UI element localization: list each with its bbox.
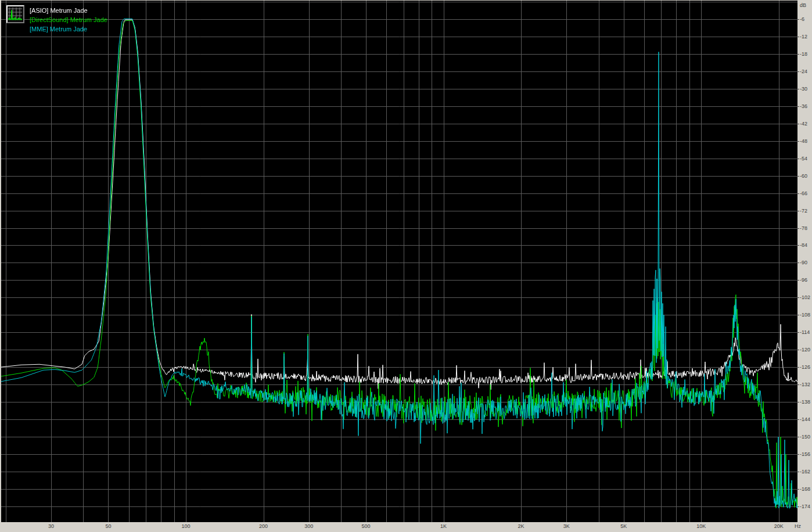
y-axis-tick	[797, 124, 799, 124]
legend-item-mme[interactable]: [MME] Metrum Jade	[30, 24, 107, 34]
y-axis-tick	[797, 71, 799, 72]
y-axis-label: -30	[800, 86, 811, 92]
spectrum-analyzer-window: [ASIO] Metrum Jade [DirectSound] Metrum …	[0, 0, 812, 532]
x-axis-label: 10K	[689, 523, 713, 529]
y-axis-tick	[797, 384, 799, 385]
y-axis-label: -120	[800, 347, 811, 353]
y-axis-label: -174	[800, 504, 811, 509]
y-axis-tick	[797, 489, 799, 490]
y-axis-label: -144	[800, 416, 811, 422]
legend: [ASIO] Metrum Jade [DirectSound] Metrum …	[6, 5, 107, 34]
y-axis-tick	[797, 419, 799, 420]
y-axis-label: -42	[800, 121, 811, 127]
y-axis-unit-label: dB	[800, 2, 811, 8]
y-axis-tick	[797, 37, 799, 37]
y-axis-label: -72	[800, 208, 811, 214]
legend-item-asio[interactable]: [ASIO] Metrum Jade	[30, 6, 107, 15]
y-axis-tick	[797, 211, 799, 211]
x-axis-label: 5K	[612, 523, 635, 529]
y-axis-tick	[797, 19, 799, 20]
y-axis-tick	[797, 176, 799, 177]
x-axis-label: 50	[96, 523, 120, 529]
x-axis-label: 500	[354, 523, 378, 529]
y-axis-tick	[797, 367, 799, 368]
y-axis-label: -12	[800, 34, 811, 39]
y-axis-label: -54	[800, 156, 811, 161]
y-axis-label: -138	[800, 399, 811, 405]
y-axis-tick	[797, 472, 799, 472]
y-axis-tick	[797, 315, 799, 315]
y-axis-label: -168	[800, 486, 811, 492]
y-axis-tick	[797, 228, 799, 229]
spectrum-icon	[8, 6, 23, 22]
x-axis-unit-label: Hz	[795, 523, 811, 529]
y-axis-label: -90	[800, 260, 811, 265]
y-axis-label: -156	[800, 451, 811, 457]
y-axis-label: -24	[800, 69, 811, 74]
y-axis-tick	[797, 54, 799, 55]
x-axis-label: 30	[39, 523, 63, 529]
x-axis-label: 2K	[509, 523, 533, 529]
x-axis-label: 100	[174, 523, 197, 529]
y-axis-label: -126	[800, 364, 811, 370]
y-axis-tick	[797, 141, 799, 142]
y-axis-label: -18	[800, 51, 811, 57]
legend-labels: [ASIO] Metrum Jade [DirectSound] Metrum …	[30, 5, 107, 34]
x-axis-label: 300	[297, 523, 321, 529]
y-axis-tick	[797, 506, 799, 507]
y-axis-label: -150	[800, 434, 811, 440]
y-axis-label: -66	[800, 190, 811, 196]
y-axis-tick	[797, 332, 799, 333]
y-axis-tick	[797, 297, 799, 298]
y-axis-label: -162	[800, 469, 811, 475]
y-axis-label: -96	[800, 277, 811, 283]
y-axis-label: -102	[800, 294, 811, 300]
y-axis-label: -114	[800, 329, 811, 335]
y-axis-tick	[797, 159, 799, 159]
y-axis-tick	[797, 263, 799, 263]
x-axis-label: 20K	[767, 523, 791, 529]
x-axis-label: 200	[252, 523, 275, 529]
y-axis-label: -132	[800, 382, 811, 387]
x-axis-label: 3K	[555, 523, 578, 529]
y-axis-label: -36	[800, 103, 811, 109]
spectrum-plot-canvas[interactable]	[1, 1, 797, 522]
y-axis-label: -108	[800, 312, 811, 318]
y-axis-tick	[797, 193, 799, 194]
y-axis-label: -84	[800, 242, 811, 248]
y-axis-tick	[797, 280, 799, 281]
spectrum-icon-button[interactable]	[6, 5, 24, 23]
y-axis-label: -48	[800, 138, 811, 144]
y-axis-tick	[797, 437, 799, 437]
y-axis-tick	[797, 245, 799, 246]
legend-item-directsound[interactable]: [DirectSound] Metrum Jade	[30, 15, 107, 24]
y-axis-tick	[797, 106, 799, 107]
x-axis-label: 1K	[432, 523, 455, 529]
y-axis-tick	[797, 89, 799, 89]
y-axis-label: -78	[800, 225, 811, 231]
y-axis-label: -60	[800, 173, 811, 179]
y-axis-tick	[797, 350, 799, 350]
y-axis-tick	[797, 454, 799, 455]
y-axis-tick	[797, 402, 799, 402]
y-axis-label: -6	[800, 16, 811, 22]
